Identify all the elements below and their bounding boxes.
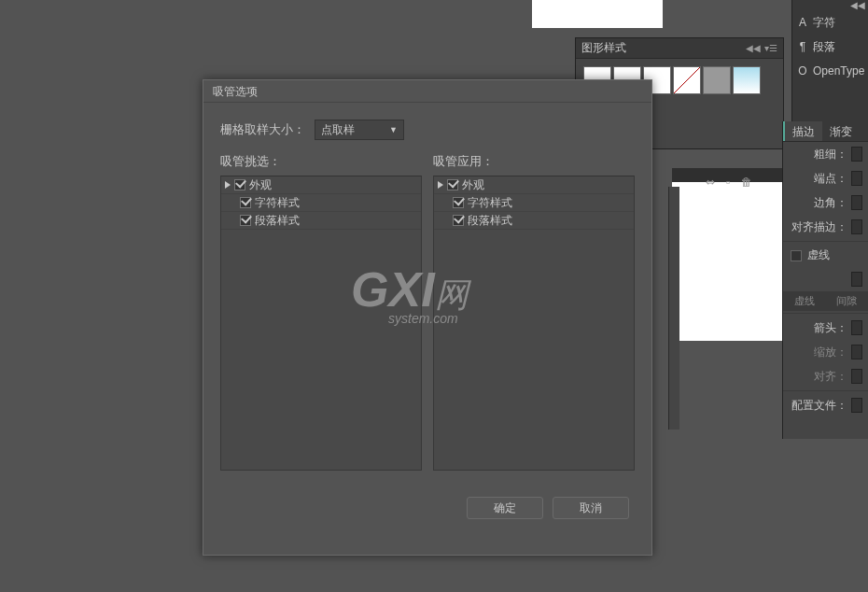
tab-opentype[interactable]: O OpenType xyxy=(792,59,868,83)
apply-char-style-label: 字符样式 xyxy=(468,195,512,211)
arrow-select[interactable] xyxy=(851,320,862,335)
weight-input[interactable] xyxy=(851,147,862,162)
arrow-label: 箭头： xyxy=(814,320,847,336)
dashed-label: 虚线 xyxy=(807,247,830,263)
dialog-title: 吸管选项 xyxy=(203,80,651,103)
collapse-arrows[interactable]: ◀◀ xyxy=(792,0,868,10)
pick-para-style-label: 段落样式 xyxy=(255,213,300,229)
corner-label: 边角： xyxy=(814,195,847,211)
opentype-icon: O xyxy=(796,64,809,78)
raster-sample-value: 点取样 xyxy=(321,122,355,138)
trash-icon[interactable]: 🗑 xyxy=(741,176,752,189)
panel-menu-icon[interactable]: ▾☰ xyxy=(764,43,777,53)
checkbox-para-style[interactable] xyxy=(240,215,251,226)
checkbox-char-style-2[interactable] xyxy=(453,197,464,208)
cap-label: 端点： xyxy=(814,171,847,187)
panel-bottom-icons: ⇔ ▫ 🗑 xyxy=(706,176,752,189)
pick-listbox: 外观 字符样式 段落样式 xyxy=(220,176,422,471)
canvas-white-side xyxy=(672,182,784,341)
character-icon: A xyxy=(796,16,809,29)
expand-icon[interactable] xyxy=(225,181,231,189)
scale-label: 缩放： xyxy=(814,345,847,360)
apply-appearance-label: 外观 xyxy=(462,177,484,193)
checkbox-appearance-2[interactable] xyxy=(447,179,458,190)
cap-buttons[interactable] xyxy=(851,171,862,186)
cancel-button[interactable]: 取消 xyxy=(553,497,629,519)
graphics-styles-title: 图形样式 xyxy=(581,40,626,56)
tab-opentype-label: OpenType xyxy=(813,64,864,78)
apply-listbox: 外观 字符样式 段落样式 xyxy=(433,176,635,471)
align-stroke-label: 对齐描边： xyxy=(791,219,847,235)
tab-stroke[interactable]: 描边 xyxy=(783,121,822,141)
apply-row-para-style[interactable]: 段落样式 xyxy=(434,212,634,230)
side-scrollbar[interactable] xyxy=(668,187,679,430)
tab-gradient[interactable]: 渐变 xyxy=(822,121,860,141)
stroke-panel-tabs: 描边 渐变 xyxy=(783,121,868,142)
eyedropper-options-dialog: 吸管选项 栅格取样大小： 点取样 ▼ 吸管挑选： 外观 xyxy=(203,79,652,556)
dash-sublabel: 虚线 xyxy=(783,291,826,311)
tab-character[interactable]: A 字符 xyxy=(792,10,868,35)
apply-row-char-style[interactable]: 字符样式 xyxy=(434,194,634,212)
apply-column-label: 吸管应用： xyxy=(433,153,635,170)
graphics-styles-titlebar: 图形样式 ◀◀ ▾☰ xyxy=(576,38,783,59)
right-typography-panel: ◀◀ A 字符 ¶ 段落 O OpenType xyxy=(791,0,868,121)
dropdown-icon: ▼ xyxy=(389,125,398,134)
apply-row-appearance[interactable]: 外观 xyxy=(434,176,634,194)
pick-row-appearance[interactable]: 外观 xyxy=(221,176,421,194)
raster-sample-select[interactable]: 点取样 ▼ xyxy=(315,120,404,140)
tab-paragraph[interactable]: ¶ 段落 xyxy=(792,35,868,59)
align-stroke-buttons[interactable] xyxy=(851,219,862,234)
panel-collapse-icon[interactable]: ◀◀ xyxy=(746,43,761,53)
tab-paragraph-label: 段落 xyxy=(813,39,835,55)
new-icon[interactable]: ▫ xyxy=(726,176,730,189)
link-icon[interactable]: ⇔ xyxy=(706,176,715,189)
dash-input-1[interactable] xyxy=(851,272,862,287)
pick-appearance-label: 外观 xyxy=(249,177,272,193)
checkbox-char-style[interactable] xyxy=(240,197,251,208)
expand-icon[interactable] xyxy=(438,181,443,189)
style-swatch-5[interactable] xyxy=(703,66,731,94)
apply-para-style-label: 段落样式 xyxy=(468,213,512,229)
pick-row-para-style[interactable]: 段落样式 xyxy=(221,212,421,230)
paragraph-icon: ¶ xyxy=(796,40,809,53)
scale-input[interactable] xyxy=(851,345,862,359)
profile-label: 配置文件： xyxy=(791,398,847,414)
checkbox-appearance[interactable] xyxy=(234,179,245,190)
canvas-white-top xyxy=(532,0,663,28)
tab-character-label: 字符 xyxy=(813,15,835,31)
profile-select[interactable] xyxy=(851,398,862,413)
pick-column-label: 吸管挑选： xyxy=(220,153,422,170)
dashed-checkbox[interactable] xyxy=(791,250,802,261)
align2-buttons[interactable] xyxy=(851,369,862,384)
weight-label: 粗细： xyxy=(814,147,847,162)
align2-label: 对齐： xyxy=(814,369,847,385)
gap-sublabel: 间隙 xyxy=(826,291,869,311)
style-swatch-6[interactable] xyxy=(733,66,761,94)
raster-sample-label: 栅格取样大小： xyxy=(220,121,305,138)
pick-char-style-label: 字符样式 xyxy=(255,195,300,211)
pick-row-char-style[interactable]: 字符样式 xyxy=(221,194,421,212)
checkbox-para-style-2[interactable] xyxy=(453,215,464,226)
stroke-panel: 描边 渐变 粗细： 端点： 边角： 对齐描边： 虚线 虚线 间隙 箭头： 缩放：… xyxy=(782,121,868,439)
corner-buttons[interactable] xyxy=(851,195,862,210)
ok-button[interactable]: 确定 xyxy=(467,497,543,519)
style-swatch-4[interactable] xyxy=(673,66,701,94)
